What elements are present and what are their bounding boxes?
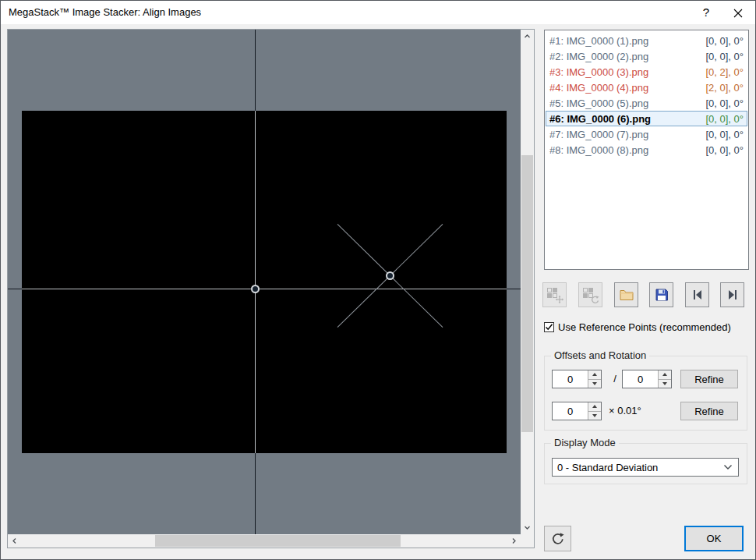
- crosshair-horizontal-line-on-image: [22, 289, 507, 289]
- align-translate-button: [542, 282, 567, 307]
- checkbox-check-icon: [544, 322, 554, 332]
- refresh-icon: [550, 531, 566, 547]
- file-offset-rotation: [0, 0], 0°: [705, 97, 744, 109]
- rotation-input[interactable]: [553, 402, 588, 420]
- refine-rotation-button[interactable]: Refine: [680, 402, 738, 420]
- offset-y-spinner: [622, 370, 672, 388]
- close-icon: [733, 9, 743, 18]
- close-button[interactable]: [721, 1, 755, 24]
- stacked-image: [22, 111, 507, 453]
- image-file-list: #1: IMG_0000 (1).png [0, 0], 0° #2: IMG_…: [544, 30, 749, 270]
- file-offset-rotation: [0, 0], 0°: [705, 129, 744, 140]
- offset-x-up-icon[interactable]: [588, 370, 601, 380]
- offsets-and-rotation-group: Offsets and Rotation / Refine × 0.01°: [544, 356, 747, 431]
- offset-x-spinner: [552, 370, 602, 388]
- use-reference-points-checkbox[interactable]: Use Reference Points (recommended): [544, 321, 731, 333]
- rotation-up-icon[interactable]: [588, 402, 601, 412]
- rotation-spinner: [552, 402, 602, 420]
- file-offset-rotation: [0, 0], 0°: [705, 35, 744, 47]
- offset-x-input[interactable]: [553, 370, 588, 388]
- reference-point-marker-2[interactable]: [386, 271, 394, 280]
- scroll-right-icon[interactable]: [507, 534, 521, 548]
- file-list-item[interactable]: #7: IMG_0000 (7).png [0, 0], 0°: [546, 126, 747, 142]
- rotation-unit-label: × 0.01°: [609, 402, 641, 420]
- file-offset-rotation: [0, 0], 0°: [705, 113, 744, 125]
- file-list-item[interactable]: #4: IMG_0000 (4).png [2, 0], 0°: [546, 80, 747, 95]
- align-rotate-icon: [582, 287, 599, 303]
- help-button[interactable]: ?: [691, 1, 721, 24]
- display-mode-title: Display Mode: [551, 438, 619, 448]
- window-title: MegaStack™ Image Stacker: Align Images: [9, 1, 201, 24]
- scroll-down-icon[interactable]: [521, 521, 534, 534]
- skip-previous-icon: [691, 288, 705, 302]
- image-viewer-panel: [7, 29, 535, 548]
- refine-offset-button[interactable]: Refine: [680, 370, 738, 388]
- file-list-item[interactable]: #5: IMG_0000 (5).png [0, 0], 0°: [546, 95, 747, 111]
- file-offset-rotation: [0, 2], 0°: [705, 66, 744, 78]
- scroll-up-icon[interactable]: [521, 30, 534, 43]
- file-list-item[interactable]: #2: IMG_0000 (2).png [0, 0], 0°: [546, 48, 747, 64]
- align-translate-icon: [546, 287, 563, 303]
- help-icon: ?: [703, 5, 709, 19]
- file-name: #1: IMG_0000 (1).png: [549, 35, 648, 47]
- offset-x-down-icon[interactable]: [588, 380, 601, 388]
- offset-y-down-icon[interactable]: [659, 380, 671, 388]
- image-canvas[interactable]: [8, 30, 521, 534]
- file-name: #4: IMG_0000 (4).png: [549, 82, 648, 94]
- title-bar: MegaStack™ Image Stacker: Align Images ?: [1, 1, 755, 24]
- file-offset-rotation: [0, 0], 0°: [705, 144, 744, 156]
- save-icon: [654, 287, 669, 303]
- file-list-item[interactable]: #8: IMG_0000 (8).png [0, 0], 0°: [546, 142, 747, 158]
- rotation-down-icon[interactable]: [588, 412, 601, 420]
- ok-button[interactable]: OK: [684, 526, 744, 551]
- open-folder-icon: [619, 287, 634, 303]
- refresh-button[interactable]: [544, 526, 571, 551]
- vertical-scrollbar-thumb[interactable]: [521, 155, 533, 432]
- file-offset-rotation: [2, 0], 0°: [705, 82, 744, 94]
- file-name: #2: IMG_0000 (2).png: [549, 51, 648, 62]
- file-name: #8: IMG_0000 (8).png: [549, 144, 648, 156]
- offset-y-input[interactable]: [623, 370, 658, 388]
- file-offset-rotation: [0, 0], 0°: [705, 51, 744, 62]
- file-name: #7: IMG_0000 (7).png: [549, 129, 648, 140]
- skip-next-icon: [726, 288, 740, 302]
- offset-separator: /: [609, 370, 620, 388]
- vertical-scrollbar[interactable]: [521, 30, 534, 534]
- file-name: #3: IMG_0000 (3).png: [549, 66, 648, 78]
- dialog-window: MegaStack™ Image Stacker: Align Images ?: [0, 0, 756, 560]
- previous-image-button[interactable]: [685, 282, 709, 307]
- file-list-item[interactable]: #1: IMG_0000 (1).png [0, 0], 0°: [546, 33, 747, 48]
- open-folder-button[interactable]: [614, 282, 638, 307]
- horizontal-scrollbar[interactable]: [8, 534, 521, 548]
- reference-point-marker-1[interactable]: [251, 285, 260, 293]
- file-name: #5: IMG_0000 (5).png: [549, 97, 648, 109]
- use-reference-points-label: Use Reference Points (recommended): [558, 321, 731, 333]
- file-name: #6: IMG_0000 (6).png: [549, 113, 651, 125]
- scroll-left-icon[interactable]: [8, 534, 21, 548]
- horizontal-scrollbar-thumb[interactable]: [155, 535, 401, 547]
- crosshair-vertical-line-on-image: [255, 111, 256, 453]
- next-image-button[interactable]: [720, 282, 744, 307]
- offsets-group-title: Offsets and Rotation: [551, 350, 649, 361]
- chevron-down-icon: [723, 464, 733, 470]
- file-list-item[interactable]: #3: IMG_0000 (3).png [0, 2], 0°: [546, 64, 747, 80]
- display-mode-selected: 0 - Standard Deviation: [557, 462, 658, 473]
- file-list-item[interactable]: #6: IMG_0000 (6).png [0, 0], 0°: [546, 111, 747, 126]
- align-rotate-button: [578, 282, 602, 307]
- display-mode-group: Display Mode 0 - Standard Deviation: [544, 443, 747, 484]
- display-mode-dropdown[interactable]: 0 - Standard Deviation: [552, 458, 739, 477]
- save-button[interactable]: [649, 282, 673, 307]
- offset-y-up-icon[interactable]: [659, 370, 671, 380]
